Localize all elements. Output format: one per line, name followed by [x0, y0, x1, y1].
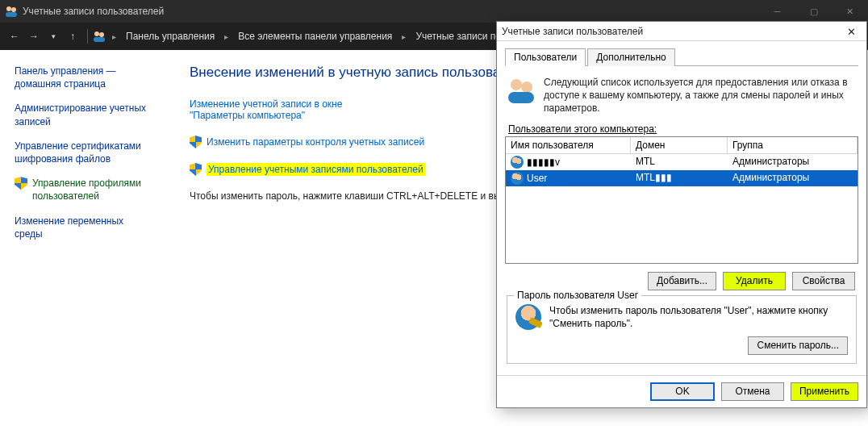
svg-point-3 — [94, 31, 99, 36]
delete-user-button[interactable]: Удалить — [723, 272, 786, 290]
shield-icon — [190, 136, 202, 148]
svg-rect-5 — [94, 37, 105, 42]
sidebar-label: Изменение переменных — [15, 215, 123, 227]
link-uac-settings[interactable]: Изменить параметры контроля учетных запи… — [207, 136, 424, 148]
breadcrumb-item[interactable]: Все элементы панели управления — [235, 31, 395, 42]
shield-icon — [190, 163, 202, 176]
titlebar: Учетные записи пользователей ─ ▢ ✕ — [0, 0, 868, 23]
users-large-icon — [507, 76, 536, 105]
sidebar-label: шифрования файлов — [15, 153, 111, 165]
user-icon — [511, 156, 524, 169]
user-row[interactable]: ▮▮▮▮▮v MTL Администраторы — [506, 154, 858, 170]
cell-username: User — [527, 173, 547, 184]
dialog-close-button[interactable]: ✕ — [839, 22, 863, 41]
sidebar-home[interactable]: Панель управления — домашняя страница — [15, 65, 159, 90]
sidebar-item-env-vars[interactable]: Изменение переменных среды — [15, 215, 159, 240]
chevron-right-icon: ▸ — [221, 32, 232, 41]
cancel-button[interactable]: Отмена — [721, 382, 784, 401]
svg-rect-2 — [6, 12, 17, 17]
dialog-titlebar: Учетные записи пользователей ✕ — [497, 22, 866, 41]
sidebar-item-manage-accounts[interactable]: Администрирование учетных записей — [15, 102, 159, 127]
svg-point-4 — [99, 32, 104, 37]
user-list-header: Имя пользователя Домен Группа — [506, 137, 858, 154]
cell-group: Администраторы — [728, 154, 858, 170]
link-change-in-settings[interactable]: Изменение учетной записи в окне "Парамет… — [190, 98, 342, 121]
user-key-icon — [515, 304, 541, 330]
dialog-title: Учетные записи пользователей — [502, 26, 643, 37]
col-group[interactable]: Группа — [728, 137, 858, 154]
groupbox-text: Чтобы изменить пароль пользователя "User… — [549, 304, 848, 330]
user-list[interactable]: Имя пользователя Домен Группа ▮▮▮▮▮v MTL… — [505, 136, 858, 264]
add-user-button[interactable]: Добавить... — [648, 272, 716, 290]
svg-point-1 — [11, 7, 16, 12]
tab-advanced[interactable]: Дополнительно — [587, 48, 674, 66]
sidebar-item-profiles[interactable]: Управление профилями пользователей — [32, 177, 141, 202]
sidebar-label: Администрирование учетных — [15, 102, 146, 114]
groupbox-legend: Пароль пользователя User — [514, 290, 641, 301]
sidebar-label: Управление профилями — [32, 177, 141, 189]
chevron-right-icon: ▸ — [109, 32, 119, 41]
apply-button[interactable]: Применить — [791, 382, 858, 401]
cell-group: Администраторы — [728, 170, 858, 186]
link-label: "Параметры компьютера" — [190, 110, 305, 121]
password-groupbox: Пароль пользователя User Чтобы изменить … — [507, 295, 857, 364]
col-domain[interactable]: Домен — [631, 137, 728, 154]
dialog-tabs: Пользователи Дополнительно — [505, 48, 858, 66]
user-row-selected[interactable]: User MTL▮▮▮ Администраторы — [506, 170, 858, 186]
breadcrumb[interactable]: ▸ Панель управления ▸ Все элементы панел… — [93, 23, 527, 50]
ok-button[interactable]: OK — [650, 382, 715, 401]
user-accounts-dialog: Учетные записи пользователей ✕ Пользоват… — [496, 21, 867, 408]
up-button[interactable]: ↑ — [63, 27, 82, 46]
window-title: Учетные записи пользователей — [23, 6, 164, 17]
svg-point-0 — [6, 6, 11, 11]
cell-username: ▮▮▮▮▮v — [527, 156, 560, 168]
back-button[interactable]: ← — [5, 27, 24, 46]
sidebar-label: Панель управления — — [15, 65, 116, 77]
change-password-button[interactable]: Сменить пароль... — [748, 336, 848, 355]
sidebar: Панель управления — домашняя страница Ад… — [0, 50, 165, 434]
svg-point-6 — [511, 79, 522, 90]
svg-rect-8 — [508, 92, 534, 103]
users-icon — [93, 30, 106, 43]
recent-dropdown[interactable]: ▾ — [44, 27, 63, 46]
sidebar-item-certificates[interactable]: Управление сертификатами шифрования файл… — [15, 140, 159, 165]
minimize-button[interactable]: ─ — [759, 0, 795, 23]
svg-point-7 — [521, 81, 532, 93]
user-list-label: Пользователи этого компьютера: — [508, 123, 858, 135]
sidebar-label: пользователей — [32, 190, 99, 202]
dialog-intro-text: Следующий список используется для предос… — [544, 76, 857, 115]
properties-button[interactable]: Свойства — [792, 272, 855, 290]
maximize-button[interactable]: ▢ — [795, 0, 832, 23]
forward-button[interactable]: → — [24, 27, 44, 46]
cell-domain: MTL — [631, 154, 728, 170]
sidebar-label: среды — [15, 228, 43, 240]
sidebar-label: домашняя страница — [15, 78, 106, 90]
col-username[interactable]: Имя пользователя — [506, 137, 631, 154]
shield-icon — [15, 177, 27, 190]
close-button[interactable]: ✕ — [832, 0, 868, 23]
cell-domain: MTL▮▮▮ — [631, 170, 728, 186]
divider — [87, 29, 88, 44]
users-icon — [5, 5, 18, 18]
sidebar-label: записей — [15, 116, 51, 127]
tab-users[interactable]: Пользователи — [505, 48, 586, 66]
user-icon — [511, 172, 524, 185]
dialog-footer: OK Отмена Применить — [497, 375, 866, 407]
breadcrumb-item[interactable]: Панель управления — [123, 31, 218, 42]
chevron-right-icon: ▸ — [399, 32, 409, 41]
sidebar-label: Управление сертификатами — [15, 140, 141, 152]
link-manage-accounts-highlighted[interactable]: Управление учетными записями пользовател… — [207, 163, 425, 176]
link-label: Изменение учетной записи в окне — [190, 98, 342, 110]
